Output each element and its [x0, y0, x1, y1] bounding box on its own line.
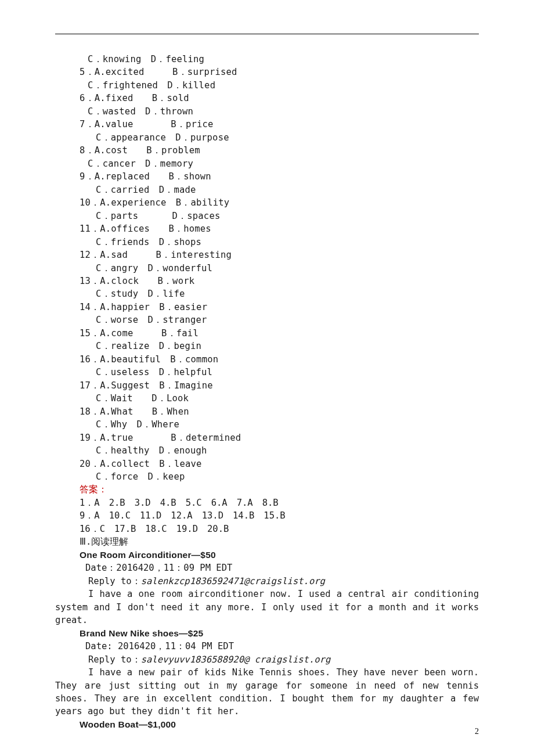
question-option-line: C．Why D．Where — [55, 418, 479, 431]
question-line: 16．A.beautiful B．common — [55, 353, 479, 366]
question-line: 7．A.value B．price — [55, 118, 479, 131]
question-option-line: C．force D．keep — [55, 470, 479, 483]
question-option-line: C．realize D．begin — [55, 340, 479, 352]
question-line: 9．A.replaced B．shown — [55, 170, 479, 183]
listing-reply: Reply to：sale­nkzcp­1836592471@craigslis… — [55, 575, 479, 588]
question-option-line: C．worse D．stranger — [55, 314, 479, 326]
question-line: 6．A.fixed B．sold — [55, 92, 479, 105]
question-line: 13．A.clock B．work — [55, 275, 479, 287]
question-line: 10．A.experience B．ability — [55, 196, 479, 209]
listing-reply: Reply to：sale­vyuvv­1836588920@ craigsli… — [55, 653, 479, 666]
question-option-line: C．frightened D．killed — [55, 79, 479, 92]
question-option-line: C．useless D．helpful — [55, 366, 479, 379]
question-line: 14．A.happier B．easier — [55, 301, 479, 314]
top-rule — [55, 34, 479, 34]
question-option-line: C．cancer D．memory — [55, 157, 479, 170]
listings-block: One Room Air­conditioner—$50Date：2016­4­… — [55, 549, 479, 732]
question-line: 17．A.Suggest B．Imagine — [55, 379, 479, 392]
listing-date: Date: 2016­4­20，11：04 PM EDT — [55, 640, 479, 653]
question-line: 20．A.collect B．leave — [55, 458, 479, 470]
question-option-line: C．Wait D．Look — [55, 392, 479, 405]
question-option-line: C．appearance D．purpose — [55, 131, 479, 144]
question-line: 15．A.come B．fail — [55, 327, 479, 340]
listing-reply-email: sale­vyuvv­1836588920@ craigslist.org — [141, 654, 331, 665]
question-option-line: C．parts D．spaces — [55, 210, 479, 222]
question-line: 11．A.offices B．homes — [55, 222, 479, 235]
question-line: 18．A.What B．When — [55, 405, 479, 418]
question-option-line: C．carried D．made — [55, 183, 479, 196]
question-line: 5．A.excited B．surprised — [55, 66, 479, 78]
question-line: 12．A.sad B．interesting — [55, 249, 479, 261]
answers-line: 9．A 10.C 11.D 12.A 13.D 14.B 15.B — [55, 509, 479, 522]
question-line: 8．A.cost B．problem — [55, 144, 479, 157]
answers-line: 1．A 2.B 3.D 4.B 5.C 6.A 7.A 8.B — [55, 496, 479, 509]
document-body: C．knowing D．feeling5．A.excited B．surpris… — [55, 53, 479, 731]
page-container: C．knowing D．feeling5．A.excited B．surpris… — [0, 0, 534, 756]
listing-title: Brand New Nike shoes—$25 — [55, 627, 479, 640]
listing-date: Date：2016­4­20，11：09 PM EDT — [55, 561, 479, 574]
listing-body: I have a one room air­conditioner now. I… — [55, 588, 479, 627]
question-option-line: C．angry D．wonderful — [55, 262, 479, 275]
listing-title: Wooden Boat—$1,000 — [55, 718, 479, 731]
answers-line: 16．C 17.B 18.C 19.D 20.B — [55, 523, 479, 535]
question-line: 19．A.true B．determined — [55, 431, 479, 444]
question-option-line: C．friends D．shops — [55, 236, 479, 249]
listing-reply-email: sale­nkzcp­1836592471@craigslist.org — [141, 576, 325, 586]
listing-body: I have a new pair of kids Nike Tennis sh… — [55, 666, 479, 718]
question-option-line: C．knowing D．feeling — [55, 53, 479, 66]
listing-title: One Room Air­conditioner—$50 — [55, 549, 479, 561]
question-option-line: C．healthy D．enough — [55, 444, 479, 457]
reading-section-label: Ⅲ.阅读理解 — [55, 535, 479, 548]
question-block: C．knowing D．feeling5．A.excited B．surpris… — [55, 53, 479, 483]
page-number: 2 — [475, 727, 479, 736]
answers-label: 答案： — [55, 483, 479, 496]
question-option-line: C．study D．life — [55, 287, 479, 300]
answers-lines: 1．A 2.B 3.D 4.B 5.C 6.A 7.A 8.B9．A 10.C … — [55, 496, 479, 535]
question-option-line: C．wasted D．thrown — [55, 105, 479, 118]
